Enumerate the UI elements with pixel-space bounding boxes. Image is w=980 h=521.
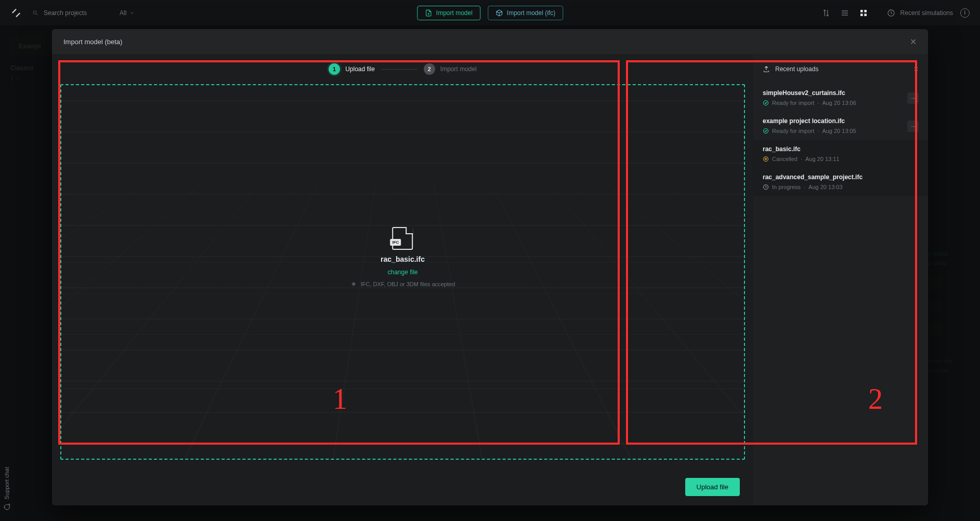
step-2-label: Import model xyxy=(440,65,477,73)
search-input[interactable] xyxy=(43,9,105,17)
status-icon xyxy=(763,100,769,106)
stepper: 1 Upload file 2 Import model xyxy=(52,54,753,84)
modal-body: 1 Upload file 2 Import model IFC xyxy=(52,54,928,505)
file-badge: IFC xyxy=(390,239,401,246)
upload-date: Aug 20 13:11 xyxy=(805,156,839,162)
app-logo xyxy=(10,7,22,19)
step-2-num: 2 xyxy=(424,63,435,75)
pin-icon xyxy=(350,281,357,287)
modal-title: Import model (beta) xyxy=(63,38,122,46)
grid-perspective-2 xyxy=(60,184,745,460)
drop-center: IFC rac_basic.ifc change file IFC, DXF, … xyxy=(350,227,455,287)
close-icon[interactable]: ✕ xyxy=(910,37,917,47)
list-view-icon[interactable] xyxy=(839,7,851,19)
upload-item[interactable]: rac_advanced_sample_project.ifcIn progre… xyxy=(753,168,928,196)
status-icon xyxy=(763,128,769,134)
step-line xyxy=(381,69,417,70)
upload-name: simpleHousev2_curtains.ifc xyxy=(763,89,919,97)
upload-item[interactable]: simpleHousev2_curtains.ifcReady for impo… xyxy=(753,84,928,112)
svg-point-0 xyxy=(33,11,36,14)
step-1-num: 1 xyxy=(329,63,340,75)
upload-meta: In progress · Aug 20 13:03 xyxy=(763,184,919,190)
upload-date: Aug 20 13:03 xyxy=(808,184,842,190)
support-chat[interactable]: Support chat xyxy=(3,467,10,511)
upload-name: rac_basic.ifc xyxy=(763,145,919,153)
annotation-num-2: 2 xyxy=(868,382,883,416)
history-icon xyxy=(887,9,895,17)
change-file-link[interactable]: change file xyxy=(387,269,417,276)
filter-dropdown[interactable]: All xyxy=(115,7,139,19)
svg-rect-3 xyxy=(860,14,863,16)
chat-icon xyxy=(3,503,10,511)
top-center-actions: Import model Import model (ifc) xyxy=(417,6,563,20)
arrow-right-icon[interactable]: → xyxy=(907,121,919,132)
svg-rect-1 xyxy=(860,10,863,12)
top-bar: All Import model Import model (ifc) Rece… xyxy=(0,0,980,26)
svg-rect-4 xyxy=(864,14,867,16)
recent-simulations[interactable]: Recent simulations xyxy=(887,9,953,17)
chevron-down-icon xyxy=(129,10,135,16)
upload-item[interactable]: example project location.ifcReady for im… xyxy=(753,112,928,140)
import-model-ifc-label: Import model (ifc) xyxy=(507,9,555,17)
status-icon xyxy=(763,156,769,162)
modal-footer: Upload file xyxy=(52,468,753,505)
arrow-right-icon[interactable]: → xyxy=(907,92,919,104)
import-model-ifc-button[interactable]: Import model (ifc) xyxy=(488,6,563,20)
upload-date: Aug 20 13:05 xyxy=(822,128,856,134)
more-icon[interactable]: ⋮ xyxy=(912,175,919,182)
upload-name: example project location.ifc xyxy=(763,117,919,125)
upload-file-button[interactable]: Upload file xyxy=(685,478,740,496)
accepts-text: IFC, DXF, OBJ or 3DM files accepted xyxy=(361,281,455,287)
upload-status: Ready for import xyxy=(772,100,814,106)
svg-rect-2 xyxy=(864,10,867,12)
upload-status: Ready for import xyxy=(772,128,814,134)
drop-wrap: IFC rac_basic.ifc change file IFC, DXF, … xyxy=(60,84,745,460)
info-icon[interactable]: i xyxy=(960,8,970,18)
cube-icon xyxy=(495,9,503,17)
upload-meta: Cancelled · Aug 20 13:11 xyxy=(763,156,919,162)
accepts-row: IFC, DXF, OBJ or 3DM files accepted xyxy=(350,281,455,287)
step-1-label: Upload file xyxy=(345,65,375,73)
filter-label: All xyxy=(120,9,126,17)
upload-name: rac_advanced_sample_project.ifc xyxy=(763,173,919,181)
sort-icon[interactable] xyxy=(820,7,832,19)
uploads-list: simpleHousev2_curtains.ifcReady for impo… xyxy=(753,84,928,196)
import-model-button[interactable]: Import model xyxy=(417,6,480,20)
step-2: 2 Import model xyxy=(424,63,477,75)
upload-icon xyxy=(763,65,770,73)
step-1: 1 Upload file xyxy=(329,63,375,75)
upload-item[interactable]: rac_basic.ifcCancelled · Aug 20 13:11 xyxy=(753,140,928,168)
file-name: rac_basic.ifc xyxy=(381,255,425,263)
upload-status: In progress xyxy=(772,184,801,190)
import-modal: Import model (beta) ✕ 1 Upload file 2 Im… xyxy=(52,29,928,505)
support-chat-label: Support chat xyxy=(4,467,10,499)
status-icon xyxy=(763,184,769,190)
upload-date: Aug 20 13:06 xyxy=(822,100,856,106)
search-icon xyxy=(32,10,38,16)
top-right-actions: Recent simulations i xyxy=(820,7,970,19)
annotation-num-1: 1 xyxy=(333,382,347,416)
drop-zone[interactable]: IFC rac_basic.ifc change file IFC, DXF, … xyxy=(60,84,745,460)
recent-uploads-title: Recent uploads xyxy=(775,65,818,73)
panel-close-icon[interactable]: ✕ xyxy=(913,65,919,73)
recent-simulations-label: Recent simulations xyxy=(900,9,953,17)
recent-uploads-header: Recent uploads ✕ xyxy=(753,54,928,84)
import-model-label: Import model xyxy=(436,9,473,17)
grid-view-icon[interactable] xyxy=(858,7,869,19)
upload-meta: Ready for import · Aug 20 13:05 xyxy=(763,128,919,134)
modal-header: Import model (beta) ✕ xyxy=(52,29,928,54)
upload-status: Cancelled xyxy=(772,156,798,162)
upload-meta: Ready for import · Aug 20 13:06 xyxy=(763,100,919,106)
search-wrap[interactable] xyxy=(28,7,109,19)
recent-uploads-panel: Recent uploads ✕ simpleHousev2_curtains.… xyxy=(753,54,928,505)
modal-main: 1 Upload file 2 Import model IFC xyxy=(52,54,753,505)
file-ifc-icon: IFC xyxy=(393,227,413,250)
file-plus-icon xyxy=(425,9,432,17)
